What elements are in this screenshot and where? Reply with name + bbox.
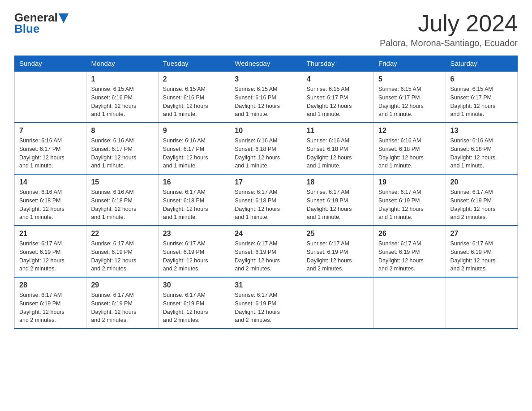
calendar-cell: 15Sunrise: 6:16 AMSunset: 6:18 PMDayligh…	[86, 174, 158, 226]
day-number: 19	[378, 178, 441, 186]
calendar-cell: 7Sunrise: 6:16 AMSunset: 6:17 PMDaylight…	[15, 123, 86, 174]
day-info: Sunrise: 6:17 AMSunset: 6:19 PMDaylight:…	[450, 240, 513, 273]
calendar-cell: 27Sunrise: 6:17 AMSunset: 6:19 PMDayligh…	[446, 226, 517, 277]
day-number: 8	[91, 127, 153, 135]
day-info: Sunrise: 6:15 AMSunset: 6:16 PMDaylight:…	[235, 85, 297, 119]
header-right: July 2024 Palora, Morona-Santiago, Ecuad…	[380, 11, 518, 48]
day-info: Sunrise: 6:17 AMSunset: 6:19 PMDaylight:…	[19, 240, 82, 273]
day-number: 1	[91, 75, 153, 83]
calendar-table: SundayMondayTuesdayWednesdayThursdayFrid…	[14, 56, 518, 329]
day-number: 25	[307, 230, 369, 238]
day-number: 15	[91, 178, 153, 186]
calendar-cell: 11Sunrise: 6:16 AMSunset: 6:18 PMDayligh…	[302, 123, 373, 174]
weekday-header-sunday: Sunday	[15, 56, 86, 72]
day-info: Sunrise: 6:16 AMSunset: 6:18 PMDaylight:…	[307, 137, 369, 170]
calendar-cell: 13Sunrise: 6:16 AMSunset: 6:18 PMDayligh…	[446, 123, 517, 174]
calendar-cell: 25Sunrise: 6:17 AMSunset: 6:19 PMDayligh…	[302, 226, 373, 277]
day-info: Sunrise: 6:16 AMSunset: 6:18 PMDaylight:…	[235, 137, 297, 170]
week-row-2: 7Sunrise: 6:16 AMSunset: 6:17 PMDaylight…	[15, 123, 518, 174]
calendar-cell: 12Sunrise: 6:16 AMSunset: 6:18 PMDayligh…	[374, 123, 446, 174]
day-info: Sunrise: 6:17 AMSunset: 6:18 PMDaylight:…	[163, 188, 225, 222]
day-info: Sunrise: 6:17 AMSunset: 6:19 PMDaylight:…	[235, 240, 297, 273]
calendar-cell	[15, 71, 86, 123]
day-info: Sunrise: 6:16 AMSunset: 6:18 PMDaylight:…	[19, 188, 82, 222]
month-title: July 2024	[380, 11, 518, 36]
day-info: Sunrise: 6:16 AMSunset: 6:17 PMDaylight:…	[163, 137, 225, 170]
week-row-3: 14Sunrise: 6:16 AMSunset: 6:18 PMDayligh…	[15, 174, 518, 226]
day-info: Sunrise: 6:17 AMSunset: 6:19 PMDaylight:…	[378, 240, 441, 273]
day-info: Sunrise: 6:15 AMSunset: 6:17 PMDaylight:…	[378, 85, 441, 119]
calendar-cell	[446, 277, 517, 329]
weekday-header-friday: Friday	[374, 56, 446, 72]
weekday-header-tuesday: Tuesday	[158, 56, 230, 72]
day-number: 28	[19, 281, 82, 289]
svg-marker-0	[59, 13, 69, 23]
day-number: 29	[91, 281, 153, 289]
calendar-cell: 31Sunrise: 6:17 AMSunset: 6:19 PMDayligh…	[230, 277, 302, 329]
day-info: Sunrise: 6:16 AMSunset: 6:17 PMDaylight:…	[91, 137, 153, 170]
calendar-cell: 18Sunrise: 6:17 AMSunset: 6:19 PMDayligh…	[302, 174, 373, 226]
calendar-cell: 30Sunrise: 6:17 AMSunset: 6:19 PMDayligh…	[158, 277, 230, 329]
calendar-cell: 16Sunrise: 6:17 AMSunset: 6:18 PMDayligh…	[158, 174, 230, 226]
day-number: 3	[235, 75, 297, 83]
page-header: General Blue July 2024 Palora, Morona-Sa…	[14, 11, 518, 48]
day-info: Sunrise: 6:17 AMSunset: 6:18 PMDaylight:…	[235, 188, 297, 222]
day-info: Sunrise: 6:17 AMSunset: 6:19 PMDaylight:…	[19, 291, 82, 325]
location-title: Palora, Morona-Santiago, Ecuador	[380, 38, 518, 48]
day-number: 5	[378, 75, 441, 83]
day-info: Sunrise: 6:15 AMSunset: 6:17 PMDaylight:…	[450, 85, 513, 119]
day-info: Sunrise: 6:17 AMSunset: 6:19 PMDaylight:…	[307, 188, 369, 222]
calendar-cell: 14Sunrise: 6:16 AMSunset: 6:18 PMDayligh…	[15, 174, 86, 226]
calendar-cell: 3Sunrise: 6:15 AMSunset: 6:16 PMDaylight…	[230, 71, 302, 123]
day-number: 11	[307, 127, 369, 135]
day-info: Sunrise: 6:15 AMSunset: 6:17 PMDaylight:…	[307, 85, 369, 119]
day-number: 23	[163, 230, 225, 238]
calendar-cell: 21Sunrise: 6:17 AMSunset: 6:19 PMDayligh…	[15, 226, 86, 277]
calendar-cell: 1Sunrise: 6:15 AMSunset: 6:16 PMDaylight…	[86, 71, 158, 123]
calendar-cell: 8Sunrise: 6:16 AMSunset: 6:17 PMDaylight…	[86, 123, 158, 174]
day-info: Sunrise: 6:16 AMSunset: 6:18 PMDaylight:…	[450, 137, 513, 170]
calendar-cell: 4Sunrise: 6:15 AMSunset: 6:17 PMDaylight…	[302, 71, 373, 123]
day-number: 13	[450, 127, 513, 135]
week-row-5: 28Sunrise: 6:17 AMSunset: 6:19 PMDayligh…	[15, 277, 518, 329]
day-number: 16	[163, 178, 225, 186]
logo: General Blue	[14, 11, 69, 36]
weekday-header-monday: Monday	[86, 56, 158, 72]
calendar-cell: 26Sunrise: 6:17 AMSunset: 6:19 PMDayligh…	[374, 226, 446, 277]
day-info: Sunrise: 6:17 AMSunset: 6:19 PMDaylight:…	[163, 240, 225, 273]
calendar-cell: 24Sunrise: 6:17 AMSunset: 6:19 PMDayligh…	[230, 226, 302, 277]
calendar-cell: 10Sunrise: 6:16 AMSunset: 6:18 PMDayligh…	[230, 123, 302, 174]
day-number: 27	[450, 230, 513, 238]
day-number: 24	[235, 230, 297, 238]
day-info: Sunrise: 6:17 AMSunset: 6:19 PMDaylight:…	[307, 240, 369, 273]
day-number: 10	[235, 127, 297, 135]
weekday-header-thursday: Thursday	[302, 56, 373, 72]
day-number: 6	[450, 75, 513, 83]
day-info: Sunrise: 6:17 AMSunset: 6:19 PMDaylight:…	[378, 188, 441, 222]
day-info: Sunrise: 6:15 AMSunset: 6:16 PMDaylight:…	[91, 85, 153, 119]
day-number: 20	[450, 178, 513, 186]
weekday-header-wednesday: Wednesday	[230, 56, 302, 72]
day-number: 2	[163, 75, 225, 83]
day-number: 14	[19, 178, 82, 186]
day-info: Sunrise: 6:16 AMSunset: 6:17 PMDaylight:…	[19, 137, 82, 170]
day-number: 30	[163, 281, 225, 289]
calendar-cell: 5Sunrise: 6:15 AMSunset: 6:17 PMDaylight…	[374, 71, 446, 123]
day-number: 9	[163, 127, 225, 135]
calendar-cell: 17Sunrise: 6:17 AMSunset: 6:18 PMDayligh…	[230, 174, 302, 226]
calendar-cell	[302, 277, 373, 329]
day-info: Sunrise: 6:17 AMSunset: 6:19 PMDaylight:…	[235, 291, 297, 325]
day-info: Sunrise: 6:17 AMSunset: 6:19 PMDaylight:…	[450, 188, 513, 222]
day-number: 17	[235, 178, 297, 186]
day-number: 22	[91, 230, 153, 238]
day-info: Sunrise: 6:17 AMSunset: 6:19 PMDaylight:…	[163, 291, 225, 325]
day-info: Sunrise: 6:16 AMSunset: 6:18 PMDaylight:…	[91, 188, 153, 222]
day-info: Sunrise: 6:16 AMSunset: 6:18 PMDaylight:…	[378, 137, 441, 170]
calendar-cell: 29Sunrise: 6:17 AMSunset: 6:19 PMDayligh…	[86, 277, 158, 329]
weekday-header-saturday: Saturday	[446, 56, 517, 72]
calendar-cell: 6Sunrise: 6:15 AMSunset: 6:17 PMDaylight…	[446, 71, 517, 123]
day-number: 4	[307, 75, 369, 83]
day-number: 7	[19, 127, 82, 135]
day-info: Sunrise: 6:17 AMSunset: 6:19 PMDaylight:…	[91, 240, 153, 273]
day-info: Sunrise: 6:15 AMSunset: 6:16 PMDaylight:…	[163, 85, 225, 119]
